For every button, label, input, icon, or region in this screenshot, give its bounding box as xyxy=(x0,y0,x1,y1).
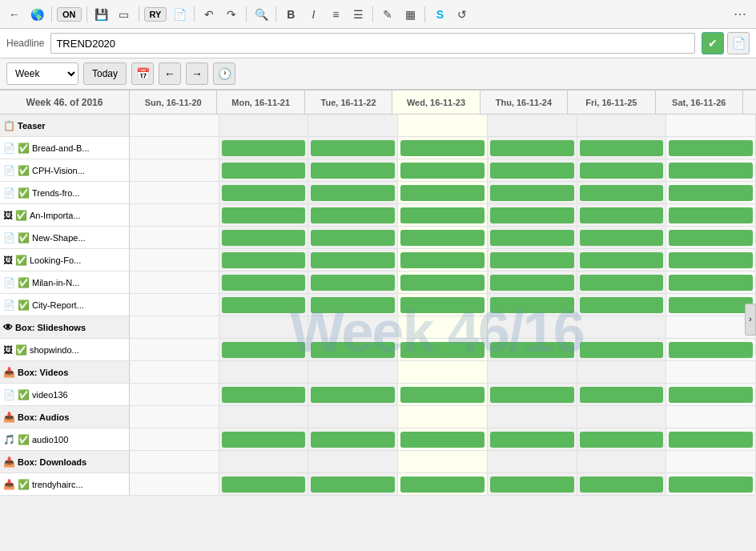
teaser-label: Teaser xyxy=(18,121,46,131)
cell xyxy=(577,294,667,316)
table-icon[interactable]: ▦ xyxy=(400,5,420,24)
next-button[interactable]: → xyxy=(186,62,208,85)
save-icon[interactable]: 💾 xyxy=(92,5,111,24)
skype-icon[interactable]: S xyxy=(430,5,449,24)
headline-doc-button[interactable]: 📄 xyxy=(727,32,750,54)
frame-icon[interactable]: ▭ xyxy=(115,5,134,24)
redo-icon[interactable]: ↷ xyxy=(222,5,241,24)
cell xyxy=(398,406,488,428)
back-icon[interactable]: ← xyxy=(5,5,24,24)
cell xyxy=(219,137,309,159)
toolbar: ← 🌎 ON 💾 ▭ RY 📄 ↶ ↷ 🔍 B I ≡ ☰ ✎ ▦ S ↺ ⋯ xyxy=(0,0,756,29)
cell xyxy=(398,227,488,248)
cell xyxy=(488,384,577,405)
table-row: 🖼 ✅ An-Importa... xyxy=(0,204,756,227)
cell xyxy=(130,137,219,159)
ry-button[interactable]: RY xyxy=(144,7,167,22)
item-cells xyxy=(130,227,756,248)
audios-label: Box: Audios xyxy=(18,412,69,422)
item-doc-icon: 📄 xyxy=(3,165,15,176)
item-doc-icon: 📄 xyxy=(3,187,15,199)
sep5 xyxy=(246,6,247,22)
cell xyxy=(398,182,488,203)
content-area[interactable]: Week 46/16 📋 Teaser xyxy=(0,115,756,548)
item-cells xyxy=(130,204,756,226)
globe-icon[interactable]: 🌎 xyxy=(27,5,46,24)
cell xyxy=(666,384,756,405)
day-header-sat: Sat, 16-11-26 xyxy=(656,90,743,114)
list-ordered-icon[interactable]: ☰ xyxy=(348,5,368,24)
cell xyxy=(308,406,398,428)
cell xyxy=(308,159,398,181)
nav-bar: Week Day Month Today 📅 ← → 🕐 xyxy=(0,58,756,90)
table-row: 👁 Box: Slideshows xyxy=(0,316,756,339)
headline-input[interactable] xyxy=(50,33,695,54)
item-check-icon: ✅ xyxy=(18,434,30,445)
sep1 xyxy=(51,6,52,22)
cell xyxy=(130,451,219,473)
search-icon[interactable]: 🔍 xyxy=(251,5,271,24)
item-label-looking: 🖼 ✅ Looking-Fo... xyxy=(0,249,130,271)
cell xyxy=(666,473,756,495)
cell xyxy=(666,227,756,248)
category-label-audios: 📥 Box: Audios xyxy=(0,406,130,428)
table-row: 📄 ✅ Trends-fro... xyxy=(0,182,756,204)
export-icon[interactable]: 📄 xyxy=(170,5,189,24)
item-check-icon: ✅ xyxy=(18,232,30,243)
audios-category-icon: 📥 xyxy=(3,412,15,423)
item-doc-icon: 📄 xyxy=(3,232,15,243)
item-check-icon: ✅ xyxy=(15,255,27,266)
on-button[interactable]: ON xyxy=(57,7,82,22)
clock-icon-btn[interactable]: 🕐 xyxy=(213,62,235,85)
cell xyxy=(219,384,309,405)
calendar-icon-btn[interactable]: 📅 xyxy=(131,62,154,85)
cell xyxy=(577,115,667,136)
prev-button[interactable]: ← xyxy=(159,62,181,85)
bold-icon[interactable]: B xyxy=(281,5,300,24)
item-text: audio100 xyxy=(32,435,68,444)
cell xyxy=(308,361,398,383)
item-cells xyxy=(130,271,756,293)
slideshows-category-icon: 👁 xyxy=(3,322,13,333)
cell xyxy=(666,451,756,473)
more-button[interactable]: ⋯ xyxy=(729,6,751,22)
main-area: Week 46. of 2016 Sun, 16-11-20 Mon, 16-1… xyxy=(0,90,756,548)
cell xyxy=(398,339,488,360)
paint-icon[interactable]: ✎ xyxy=(378,5,397,24)
italic-icon[interactable]: I xyxy=(304,5,323,24)
collapse-arrow-button[interactable]: › xyxy=(745,304,756,336)
cell xyxy=(577,271,667,293)
cell xyxy=(488,316,577,338)
item-doc-icon: 📄 xyxy=(3,389,15,400)
today-button[interactable]: Today xyxy=(83,62,127,85)
day-header-tue: Tue, 16-11-22 xyxy=(305,90,392,114)
cell xyxy=(308,182,398,203)
item-download-icon: 📥 xyxy=(3,479,15,490)
cell xyxy=(398,159,488,181)
day-header-sun: Sun, 16-11-20 xyxy=(130,90,217,114)
cell xyxy=(488,227,577,248)
refresh-icon[interactable]: ↺ xyxy=(452,5,472,24)
item-check-icon: ✅ xyxy=(18,165,30,176)
cell xyxy=(577,204,667,226)
week-header: Week 46. of 2016 Sun, 16-11-20 Mon, 16-1… xyxy=(0,90,756,115)
item-img-icon: 🖼 xyxy=(3,344,13,356)
cell xyxy=(577,361,667,383)
cell xyxy=(666,249,756,271)
item-doc-icon: 📄 xyxy=(3,143,15,154)
cell xyxy=(577,428,667,450)
day-header-wed: Wed, 16-11-23 xyxy=(392,90,480,114)
item-label-video: 📄 ✅ video136 xyxy=(0,384,130,405)
cell xyxy=(666,294,756,316)
week-select[interactable]: Week Day Month xyxy=(6,62,78,85)
cell xyxy=(398,316,488,338)
cell xyxy=(398,428,488,450)
table-row: 🎵 ✅ audio100 xyxy=(0,428,756,451)
list-unordered-icon[interactable]: ≡ xyxy=(326,5,345,24)
undo-icon[interactable]: ↶ xyxy=(199,5,219,24)
item-text: An-Importa... xyxy=(30,211,81,220)
item-label-trends: 📄 ✅ Trends-fro... xyxy=(0,182,130,203)
headline-check-button[interactable]: ✔ xyxy=(702,32,724,54)
table-row: 🖼 ✅ Looking-Fo... xyxy=(0,249,756,271)
cell xyxy=(577,473,667,495)
